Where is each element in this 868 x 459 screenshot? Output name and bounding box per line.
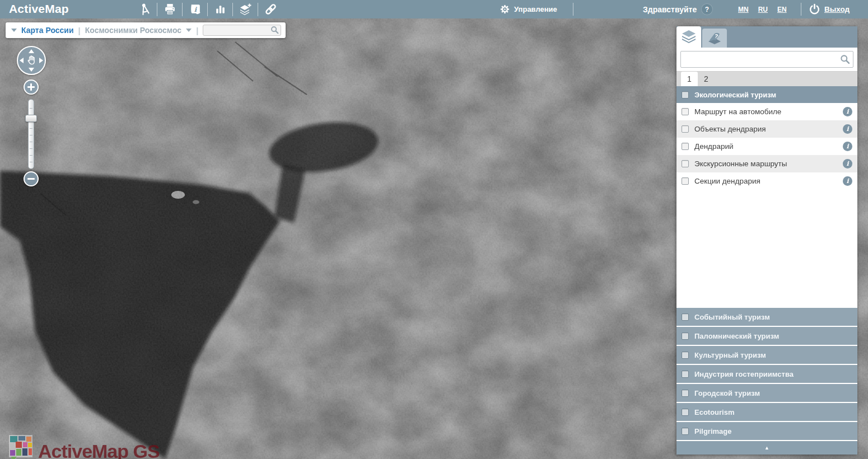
- group-label: Культурный туризм: [694, 351, 766, 359]
- layer-checkbox[interactable]: [682, 108, 689, 115]
- layer-item[interactable]: Экскурсионные маршруты i: [676, 155, 857, 172]
- layer-group-ecological[interactable]: Экологический туризм: [676, 86, 857, 103]
- group-label: Паломнический туризм: [694, 332, 779, 340]
- group-checkbox[interactable]: [682, 352, 689, 359]
- group-checkbox[interactable]: [682, 91, 689, 99]
- layer-search-input[interactable]: [680, 51, 853, 68]
- layer-item[interactable]: Дендрарий i: [676, 138, 857, 155]
- zoom-slider-handle[interactable]: [25, 115, 37, 122]
- search-icon: [270, 26, 279, 34]
- chevron-down-icon[interactable]: [186, 29, 192, 32]
- management-label: Управление: [514, 5, 557, 13]
- logout-button[interactable]: Выход: [809, 0, 850, 18]
- layer-group-event[interactable]: Событийный туризм: [676, 308, 857, 326]
- info-icon[interactable]: i: [843, 107, 852, 116]
- pan-control[interactable]: [17, 46, 46, 75]
- help-icon[interactable]: ?: [701, 3, 713, 15]
- topbar-separator: [801, 3, 801, 16]
- tab-legend[interactable]: ?: [702, 29, 727, 48]
- group-label: Pilgrimage: [694, 427, 731, 435]
- divider: |: [78, 26, 81, 35]
- zoom-in-button[interactable]: [24, 79, 39, 95]
- layer-group-pilgrimage-en[interactable]: Pilgrimage: [676, 422, 857, 440]
- info-icon[interactable]: i: [843, 124, 852, 134]
- map-tools: i: [132, 0, 283, 18]
- info-icon[interactable]: i: [843, 159, 852, 168]
- basemap-selector[interactable]: Карта России: [21, 26, 74, 35]
- lang-en-link[interactable]: EN: [777, 6, 787, 13]
- layer-page-tabs: 1 2: [676, 71, 857, 86]
- layer-group-cultural[interactable]: Культурный туризм: [676, 346, 857, 364]
- group-label: Городской туризм: [694, 389, 760, 397]
- layer-label: Экскурсионные маршруты: [694, 160, 837, 168]
- layer-label: Маршрут на автомобиле: [694, 107, 837, 116]
- group-checkbox[interactable]: [682, 332, 689, 340]
- layer-item[interactable]: Секции дендрария i: [676, 172, 857, 190]
- pan-right-icon[interactable]: [39, 58, 43, 63]
- group-checkbox[interactable]: [682, 371, 689, 378]
- lang-mn-link[interactable]: MN: [738, 6, 749, 13]
- info-icon[interactable]: i: [843, 142, 852, 151]
- pan-up-icon[interactable]: [29, 49, 34, 53]
- app-logo: ActiveMap: [9, 2, 69, 16]
- gear-icon: [500, 4, 510, 14]
- logout-label: Выход: [824, 5, 850, 13]
- group-label: Ecotourism: [694, 408, 735, 416]
- legend-book-icon: ?: [707, 31, 722, 45]
- zoom-slider[interactable]: [28, 99, 34, 169]
- layer-item[interactable]: Маршрут на автомобиле i: [676, 103, 857, 120]
- lang-ru-link[interactable]: RU: [758, 6, 768, 13]
- add-layer-icon[interactable]: [233, 0, 258, 18]
- search-icon: [840, 54, 850, 64]
- page-tab-1[interactable]: 1: [681, 72, 698, 86]
- language-switcher: MN RU EN: [738, 0, 787, 18]
- group-checkbox[interactable]: [682, 428, 689, 435]
- imagery-selector[interactable]: Космоснимки Роскосмос: [85, 26, 181, 35]
- info-icon[interactable]: i: [843, 176, 852, 186]
- tab-layers[interactable]: [676, 26, 701, 48]
- power-icon: [809, 3, 820, 15]
- group-checkbox[interactable]: [682, 390, 689, 397]
- layer-group-pilgrimage-ru[interactable]: Паломнический туризм: [676, 327, 857, 345]
- group-label: Экологический туризм: [694, 91, 776, 99]
- topbar-separator: [573, 3, 573, 16]
- layer-checkbox[interactable]: [682, 177, 689, 185]
- management-button[interactable]: Управление: [500, 0, 557, 18]
- layer-label: Секции дендрария: [694, 177, 837, 185]
- hand-icon: [25, 54, 38, 67]
- zoom-slider-ticks: [30, 102, 32, 166]
- pan-down-icon[interactable]: [29, 68, 34, 72]
- layer-list-empty-space: [676, 190, 857, 308]
- layer-checkbox[interactable]: [682, 160, 689, 167]
- basemap-toolbar: Карта России | Космоснимки Роскосмос |: [6, 22, 286, 38]
- map-search-input[interactable]: [203, 25, 281, 36]
- layer-group-urban[interactable]: Городской туризм: [676, 384, 857, 402]
- group-checkbox[interactable]: [682, 409, 689, 416]
- layers-panel: ? 1 2 Экологический туризм Маршрут на ав…: [676, 26, 857, 455]
- layer-group-hospitality[interactable]: Индустрия гостеприимства: [676, 365, 857, 383]
- panel-collapse-button[interactable]: ▲: [676, 441, 857, 455]
- layer-checkbox[interactable]: [682, 125, 689, 133]
- panel-tabs: ?: [676, 26, 857, 48]
- divider: |: [196, 26, 198, 35]
- svg-text:?: ?: [714, 33, 718, 40]
- link-icon[interactable]: [258, 0, 283, 18]
- stats-icon[interactable]: [208, 0, 232, 18]
- help-book-icon[interactable]: i: [183, 0, 207, 18]
- zoom-out-button[interactable]: [24, 171, 39, 186]
- pan-left-icon[interactable]: [20, 58, 24, 63]
- layer-item[interactable]: Объекты дендрария i: [676, 120, 857, 138]
- layer-search: [676, 48, 857, 71]
- layer-group-ecotourism[interactable]: Ecotourism: [676, 403, 857, 421]
- topbar: ActiveMap i: [0, 0, 868, 18]
- page-tab-2[interactable]: 2: [698, 72, 715, 86]
- group-checkbox[interactable]: [682, 313, 689, 321]
- collapse-arrow-icon: ▲: [764, 445, 769, 451]
- layers-icon: [681, 30, 697, 44]
- chevron-down-icon[interactable]: [11, 29, 17, 32]
- print-icon[interactable]: [157, 0, 182, 18]
- measure-icon[interactable]: [132, 0, 157, 18]
- layer-checkbox[interactable]: [682, 143, 689, 150]
- group-label: Индустрия гостеприимства: [694, 370, 794, 378]
- layer-label: Дендрарий: [694, 142, 837, 151]
